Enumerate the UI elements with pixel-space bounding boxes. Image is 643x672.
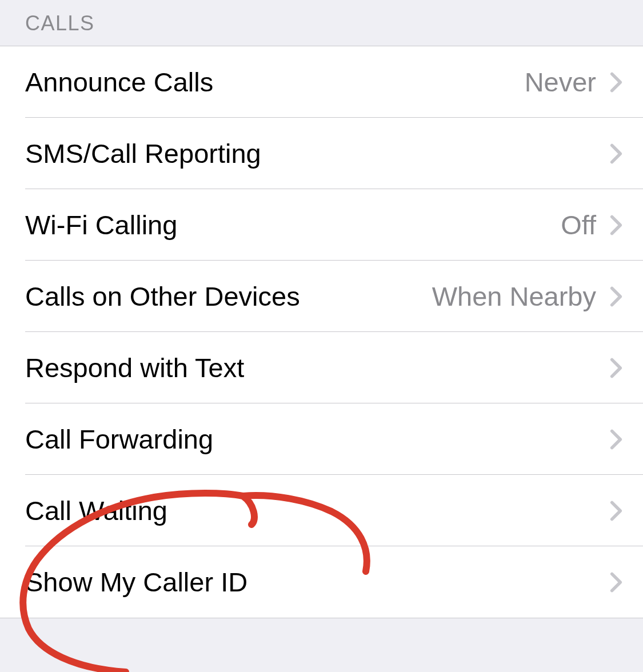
row-wifi-calling[interactable]: Wi-Fi Calling Off: [0, 189, 643, 261]
chevron-right-icon: [610, 71, 622, 93]
chevron-right-icon: [610, 214, 622, 236]
row-label: Call Forwarding: [25, 423, 213, 455]
row-right: [596, 500, 622, 522]
row-value: Never: [525, 66, 596, 98]
chevron-right-icon: [610, 429, 622, 450]
row-right: Off: [561, 209, 622, 241]
row-call-waiting[interactable]: Call Waiting: [0, 475, 643, 546]
row-right: [596, 571, 622, 593]
row-value: Off: [561, 209, 596, 241]
settings-list: Announce Calls Never SMS/Call Reporting …: [0, 46, 643, 618]
row-label: SMS/Call Reporting: [25, 138, 261, 169]
row-calls-on-other-devices[interactable]: Calls on Other Devices When Nearby: [0, 261, 643, 332]
row-label: Show My Caller ID: [25, 566, 247, 598]
row-right: [596, 357, 622, 379]
chevron-right-icon: [610, 357, 622, 379]
chevron-right-icon: [610, 571, 622, 593]
chevron-right-icon: [610, 286, 622, 307]
row-value: When Nearby: [432, 281, 596, 312]
row-label: Calls on Other Devices: [25, 281, 300, 312]
row-respond-with-text[interactable]: Respond with Text: [0, 332, 643, 403]
row-right: Never: [525, 66, 622, 98]
chevron-right-icon: [610, 143, 622, 165]
row-right: [596, 143, 622, 165]
row-label: Respond with Text: [25, 352, 244, 383]
section-header-calls: CALLS: [0, 0, 643, 46]
row-show-my-caller-id[interactable]: Show My Caller ID: [0, 546, 643, 618]
row-label: Call Waiting: [25, 495, 167, 526]
row-right: [596, 429, 622, 450]
row-announce-calls[interactable]: Announce Calls Never: [0, 46, 643, 118]
row-call-forwarding[interactable]: Call Forwarding: [0, 403, 643, 475]
row-label: Announce Calls: [25, 66, 213, 98]
chevron-right-icon: [610, 500, 622, 522]
row-label: Wi-Fi Calling: [25, 209, 177, 241]
row-right: When Nearby: [432, 281, 622, 312]
row-sms-call-reporting[interactable]: SMS/Call Reporting: [0, 118, 643, 189]
